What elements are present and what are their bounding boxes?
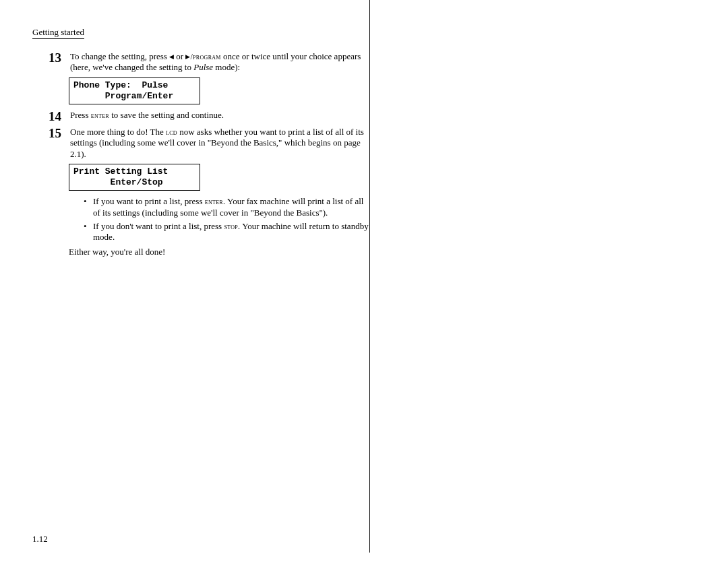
step-body: One more thing to do! The lcd now asks w… [69, 127, 369, 160]
step-14: 14 Press enter to save the setting and c… [32, 110, 369, 123]
key-program: /program [190, 52, 220, 61]
lcd-display-phone-type: Phone Type: Pulse Program/Enter [69, 77, 200, 105]
step-body: To change the setting, press ◀ or ▶/prog… [69, 51, 369, 73]
lcd-line: Phone Type: Pulse [73, 80, 168, 90]
pulse-mode: Pulse [193, 62, 213, 72]
page-header: Getting started [32, 27, 84, 39]
left-arrow-icon: ◀ [169, 53, 174, 60]
manual-page: Getting started 13 To change the setting… [32, 0, 370, 553]
step-number: 14 [32, 110, 69, 123]
key-enter: enter [91, 111, 109, 120]
lcd-line: Print Setting List [73, 166, 168, 177]
key-enter: enter. [205, 197, 226, 206]
page-number: 1.12 [32, 534, 48, 544]
list-item: If you want to print a list, press enter… [84, 196, 369, 218]
text: One more thing to do! The [70, 127, 166, 137]
step-number: 15 [32, 127, 69, 160]
lcd-line: Enter/Stop [73, 177, 163, 187]
lcd-line: Program/Enter [73, 91, 173, 101]
text: or [174, 51, 185, 61]
lcd-label: lcd [166, 127, 177, 137]
step-body: Press enter to save the setting and cont… [69, 110, 369, 123]
closing-text: Either way, you're all done! [69, 247, 369, 257]
text: Press [70, 110, 91, 120]
bullet-list: If you want to print a list, press enter… [84, 196, 369, 243]
text: To change the setting, press [70, 51, 169, 61]
bullet-section: If you want to print a list, press enter… [69, 196, 369, 257]
list-item: If you don't want to print a list, press… [84, 221, 369, 243]
text: to save the setting and continue. [109, 110, 224, 120]
step-15: 15 One more thing to do! The lcd now ask… [32, 127, 369, 160]
text: If you want to print a list, press [93, 196, 205, 206]
step-13: 13 To change the setting, press ◀ or ▶/p… [32, 51, 369, 73]
lcd-display-print-setting: Print Setting List Enter/Stop [69, 164, 200, 191]
text: If you don't want to print a list, press [93, 221, 224, 231]
step-number: 13 [32, 51, 69, 73]
text: mode): [213, 62, 240, 72]
right-arrow-icon: ▶ [185, 53, 190, 60]
key-stop: stop. [224, 222, 240, 231]
